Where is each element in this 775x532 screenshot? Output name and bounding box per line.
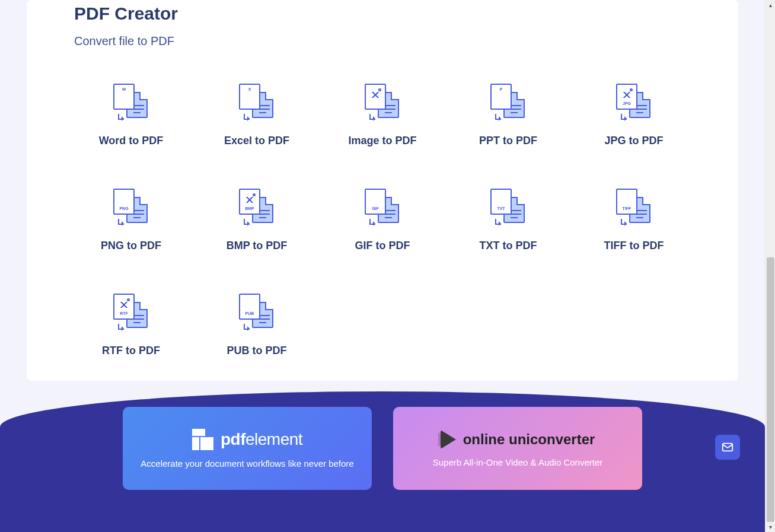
pdfelement-logo-icon	[192, 429, 213, 450]
pub-file-icon: PUB	[239, 294, 275, 328]
image-file-icon	[365, 84, 400, 118]
tool-ppt-to-pdf[interactable]: P PPT to PDF	[451, 84, 565, 147]
tool-label: Image to PDF	[348, 135, 416, 147]
tools-grid: W Word to PDF X Excel to PDF	[74, 84, 691, 357]
uniconverter-play-icon	[441, 430, 456, 449]
tool-label: Excel to PDF	[224, 135, 289, 147]
word-file-icon: W	[113, 84, 149, 118]
excel-file-icon: X	[239, 84, 275, 118]
tool-pub-to-pdf[interactable]: PUB PUB to PDF	[200, 294, 314, 357]
mail-icon	[721, 441, 734, 454]
pdfelement-wordmark: pdfelement	[221, 430, 302, 449]
promo-uniconverter[interactable]: online uniconverter Superb All-in-One Vi…	[393, 407, 642, 490]
tiff-file-icon: TIFF	[616, 189, 652, 223]
gif-file-icon: GIF	[365, 189, 400, 223]
ppt-file-icon: P	[490, 84, 526, 118]
pdfelement-tagline: Accelerate your document workflows like …	[141, 458, 353, 469]
tool-txt-to-pdf[interactable]: TXT TXT to PDF	[451, 189, 565, 252]
tool-label: BMP to PDF	[227, 240, 288, 252]
tool-label: TXT to PDF	[480, 240, 537, 252]
section-title: PDF Creator	[74, 0, 691, 24]
rtf-file-icon: RTF	[113, 294, 149, 328]
uniconverter-tagline: Superb All-in-One Video & Audio Converte…	[433, 457, 603, 467]
tool-label: PUB to PDF	[227, 345, 287, 357]
scroll-up-button[interactable]: ▴	[766, 0, 775, 10]
vertical-scrollbar[interactable]: ▴ ▾	[765, 0, 775, 532]
scrollbar-thumb[interactable]	[767, 257, 774, 522]
tool-gif-to-pdf[interactable]: GIF GIF to PDF	[326, 189, 439, 252]
tool-bmp-to-pdf[interactable]: BMP BMP to PDF	[200, 189, 314, 252]
tool-excel-to-pdf[interactable]: X Excel to PDF	[200, 84, 314, 147]
tool-label: RTF to PDF	[102, 345, 160, 357]
tool-label: PNG to PDF	[101, 240, 161, 252]
tool-label: PPT to PDF	[479, 135, 537, 147]
bmp-file-icon: BMP	[239, 189, 275, 223]
tool-jpg-to-pdf[interactable]: JPG JPG to PDF	[577, 84, 691, 147]
scroll-down-button[interactable]: ▾	[766, 522, 775, 532]
pdf-creator-card: PDF Creator Convert file to PDF W Word t…	[27, 0, 738, 381]
tool-label: JPG to PDF	[604, 135, 663, 147]
promo-pdfelement[interactable]: pdfelement Accelerate your document work…	[123, 407, 372, 490]
txt-file-icon: TXT	[490, 189, 526, 223]
uniconverter-wordmark: online uniconverter	[463, 431, 595, 448]
png-file-icon: PNG	[113, 189, 149, 223]
tool-rtf-to-pdf[interactable]: RTF RTF to PDF	[74, 294, 188, 357]
tool-word-to-pdf[interactable]: W Word to PDF	[74, 84, 188, 147]
tool-image-to-pdf[interactable]: Image to PDF	[326, 84, 439, 147]
tool-label: GIF to PDF	[355, 240, 410, 252]
jpg-file-icon: JPG	[616, 84, 652, 118]
tool-label: Word to PDF	[99, 135, 164, 147]
tool-tiff-to-pdf[interactable]: TIFF TIFF to PDF	[577, 189, 691, 252]
contact-mail-button[interactable]	[715, 435, 740, 460]
tool-label: TIFF to PDF	[604, 240, 664, 252]
tool-png-to-pdf[interactable]: PNG PNG to PDF	[74, 189, 188, 252]
section-subtitle: Convert file to PDF	[74, 34, 691, 48]
promo-row: pdfelement Accelerate your document work…	[0, 407, 765, 490]
